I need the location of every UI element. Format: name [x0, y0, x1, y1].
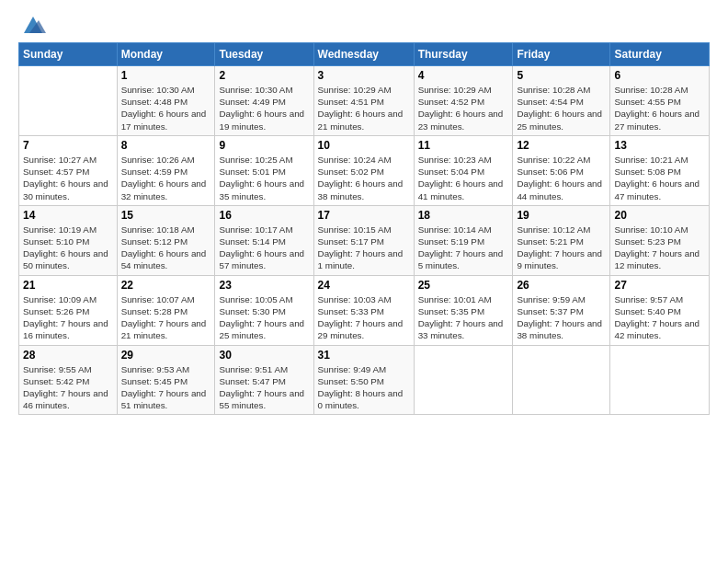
calendar-cell: 17 Sunrise: 10:15 AMSunset: 5:17 PMDayli…	[313, 205, 414, 275]
date-number: 3	[318, 69, 410, 82]
week-row-3: 14 Sunrise: 10:19 AMSunset: 5:10 PMDayli…	[19, 205, 710, 275]
calendar-cell	[610, 345, 710, 415]
calendar-cell	[19, 66, 118, 136]
cell-info: Sunrise: 10:25 AMSunset: 5:01 PMDaylight…	[219, 155, 304, 201]
date-number: 15	[121, 209, 211, 222]
cell-info: Sunrise: 10:01 AMSunset: 5:35 PMDaylight…	[418, 294, 504, 341]
cell-info: Sunrise: 9:49 AMSunset: 5:50 PMDaylight:…	[318, 364, 404, 411]
calendar-cell: 6 Sunrise: 10:28 AMSunset: 4:55 PMDaylig…	[610, 66, 710, 136]
cell-info: Sunrise: 10:21 AMSunset: 5:08 PMDaylight…	[614, 155, 700, 201]
date-number: 25	[418, 279, 509, 292]
calendar-cell: 2 Sunrise: 10:30 AMSunset: 4:49 PMDaylig…	[215, 66, 313, 136]
calendar-cell: 3 Sunrise: 10:29 AMSunset: 4:51 PMDaylig…	[313, 66, 414, 136]
calendar-body: 1 Sunrise: 10:30 AMSunset: 4:48 PMDaylig…	[19, 66, 710, 415]
cell-info: Sunrise: 10:07 AMSunset: 5:28 PMDaylight…	[121, 294, 207, 341]
calendar-cell: 4 Sunrise: 10:29 AMSunset: 4:52 PMDaylig…	[414, 66, 513, 136]
date-number: 5	[517, 69, 606, 82]
weekday-wednesday: Wednesday	[313, 43, 414, 66]
date-number: 11	[418, 139, 509, 152]
cell-info: Sunrise: 9:57 AMSunset: 5:40 PMDaylight:…	[614, 294, 700, 341]
weekday-sunday: Sunday	[19, 43, 118, 66]
date-number: 24	[318, 279, 410, 292]
calendar-cell: 8 Sunrise: 10:26 AMSunset: 4:59 PMDaylig…	[117, 135, 215, 205]
calendar-cell: 1 Sunrise: 10:30 AMSunset: 4:48 PMDaylig…	[117, 66, 215, 136]
calendar-cell: 20 Sunrise: 10:10 AMSunset: 5:23 PMDayli…	[610, 205, 710, 275]
date-number: 10	[318, 139, 410, 152]
calendar-cell: 12 Sunrise: 10:22 AMSunset: 5:06 PMDayli…	[513, 135, 610, 205]
cell-info: Sunrise: 9:59 AMSunset: 5:37 PMDaylight:…	[517, 294, 602, 341]
cell-info: Sunrise: 10:29 AMSunset: 4:51 PMDaylight…	[318, 85, 404, 132]
date-number: 29	[121, 349, 211, 362]
week-row-4: 21 Sunrise: 10:09 AMSunset: 5:26 PMDayli…	[19, 275, 710, 345]
cell-info: Sunrise: 9:51 AMSunset: 5:47 PMDaylight:…	[219, 364, 304, 411]
calendar-cell	[513, 345, 610, 415]
date-number: 7	[23, 139, 113, 152]
cell-info: Sunrise: 10:05 AMSunset: 5:30 PMDaylight…	[219, 294, 304, 341]
weekday-thursday: Thursday	[414, 43, 513, 66]
date-number: 23	[219, 279, 309, 292]
calendar-cell: 28 Sunrise: 9:55 AMSunset: 5:42 PMDaylig…	[19, 345, 118, 415]
date-number: 18	[418, 209, 509, 222]
calendar-table: SundayMondayTuesdayWednesdayThursdayFrid…	[18, 42, 710, 415]
date-number: 20	[614, 209, 705, 222]
cell-info: Sunrise: 10:22 AMSunset: 5:06 PMDaylight…	[517, 155, 602, 201]
calendar-cell: 7 Sunrise: 10:27 AMSunset: 4:57 PMDaylig…	[19, 135, 118, 205]
calendar-cell: 11 Sunrise: 10:23 AMSunset: 5:04 PMDayli…	[414, 135, 513, 205]
calendar-cell: 14 Sunrise: 10:19 AMSunset: 5:10 PMDayli…	[19, 205, 118, 275]
date-number: 2	[219, 69, 309, 82]
cell-info: Sunrise: 10:17 AMSunset: 5:14 PMDaylight…	[219, 224, 304, 271]
date-number: 28	[23, 349, 113, 362]
date-number: 30	[219, 349, 309, 362]
cell-info: Sunrise: 10:30 AMSunset: 4:49 PMDaylight…	[219, 85, 304, 132]
cell-info: Sunrise: 9:55 AMSunset: 5:42 PMDaylight:…	[23, 364, 108, 411]
cell-info: Sunrise: 10:24 AMSunset: 5:02 PMDaylight…	[318, 155, 404, 201]
calendar-cell: 18 Sunrise: 10:14 AMSunset: 5:19 PMDayli…	[414, 205, 513, 275]
page: SundayMondayTuesdayWednesdayThursdayFrid…	[0, 0, 728, 426]
cell-info: Sunrise: 10:27 AMSunset: 4:57 PMDaylight…	[23, 155, 108, 201]
calendar-cell: 26 Sunrise: 9:59 AMSunset: 5:37 PMDaylig…	[513, 275, 610, 345]
calendar-cell: 15 Sunrise: 10:18 AMSunset: 5:12 PMDayli…	[117, 205, 215, 275]
cell-info: Sunrise: 10:29 AMSunset: 4:52 PMDaylight…	[418, 85, 504, 132]
cell-info: Sunrise: 10:14 AMSunset: 5:19 PMDaylight…	[418, 224, 504, 271]
week-row-1: 1 Sunrise: 10:30 AMSunset: 4:48 PMDaylig…	[19, 66, 710, 136]
date-number: 22	[121, 279, 211, 292]
cell-info: Sunrise: 10:03 AMSunset: 5:33 PMDaylight…	[318, 294, 404, 341]
date-number: 1	[121, 69, 211, 82]
calendar-cell: 25 Sunrise: 10:01 AMSunset: 5:35 PMDayli…	[414, 275, 513, 345]
logo	[18, 15, 46, 33]
calendar-cell: 29 Sunrise: 9:53 AMSunset: 5:45 PMDaylig…	[117, 345, 215, 415]
date-number: 19	[517, 209, 606, 222]
weekday-tuesday: Tuesday	[215, 43, 313, 66]
date-number: 26	[517, 279, 606, 292]
week-row-2: 7 Sunrise: 10:27 AMSunset: 4:57 PMDaylig…	[19, 135, 710, 205]
date-number: 31	[318, 349, 410, 362]
calendar-cell: 5 Sunrise: 10:28 AMSunset: 4:54 PMDaylig…	[513, 66, 610, 136]
calendar-cell: 16 Sunrise: 10:17 AMSunset: 5:14 PMDayli…	[215, 205, 313, 275]
date-number: 16	[219, 209, 309, 222]
date-number: 17	[318, 209, 410, 222]
weekday-saturday: Saturday	[610, 43, 710, 66]
weekday-header-row: SundayMondayTuesdayWednesdayThursdayFrid…	[19, 43, 710, 66]
calendar-cell: 24 Sunrise: 10:03 AMSunset: 5:33 PMDayli…	[313, 275, 414, 345]
date-number: 4	[418, 69, 509, 82]
date-number: 8	[121, 139, 211, 152]
cell-info: Sunrise: 10:18 AMSunset: 5:12 PMDaylight…	[121, 224, 207, 271]
cell-info: Sunrise: 10:30 AMSunset: 4:48 PMDaylight…	[121, 85, 207, 132]
cell-info: Sunrise: 10:15 AMSunset: 5:17 PMDaylight…	[318, 224, 404, 271]
cell-info: Sunrise: 10:26 AMSunset: 4:59 PMDaylight…	[121, 155, 207, 201]
cell-info: Sunrise: 10:09 AMSunset: 5:26 PMDaylight…	[23, 294, 108, 341]
date-number: 13	[614, 139, 705, 152]
calendar-cell: 10 Sunrise: 10:24 AMSunset: 5:02 PMDayli…	[313, 135, 414, 205]
calendar-cell: 27 Sunrise: 9:57 AMSunset: 5:40 PMDaylig…	[610, 275, 710, 345]
weekday-friday: Friday	[513, 43, 610, 66]
logo-icon	[20, 15, 46, 35]
calendar-cell: 31 Sunrise: 9:49 AMSunset: 5:50 PMDaylig…	[313, 345, 414, 415]
date-number: 12	[517, 139, 606, 152]
header	[18, 15, 710, 33]
calendar-cell: 22 Sunrise: 10:07 AMSunset: 5:28 PMDayli…	[117, 275, 215, 345]
date-number: 27	[614, 279, 705, 292]
cell-info: Sunrise: 9:53 AMSunset: 5:45 PMDaylight:…	[121, 364, 207, 411]
calendar-cell: 30 Sunrise: 9:51 AMSunset: 5:47 PMDaylig…	[215, 345, 313, 415]
calendar-cell: 21 Sunrise: 10:09 AMSunset: 5:26 PMDayli…	[19, 275, 118, 345]
calendar-cell	[414, 345, 513, 415]
